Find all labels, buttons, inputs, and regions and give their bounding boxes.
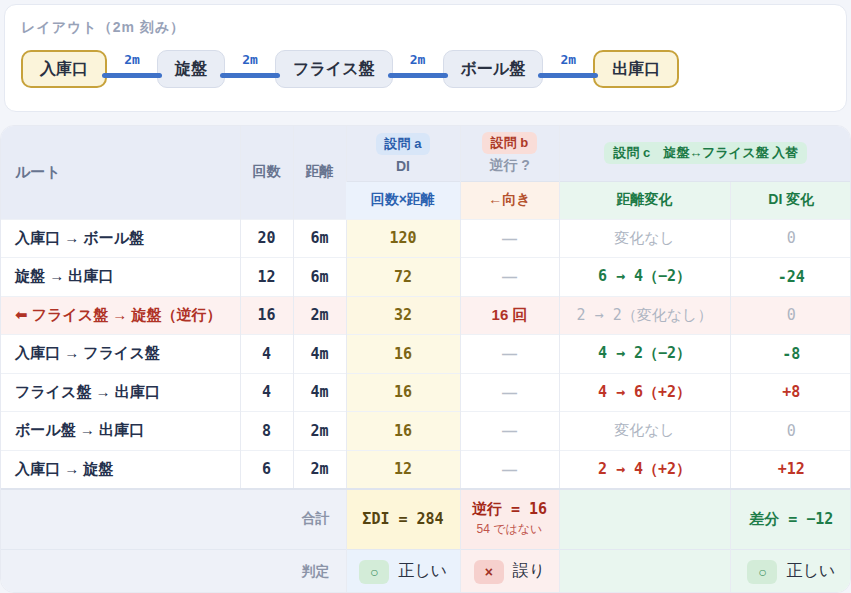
di-cell: 72: [346, 258, 460, 297]
count-cell: 12: [240, 258, 293, 297]
distance-cell: 4m: [293, 373, 346, 412]
header-question-a: 設問 a DI: [346, 126, 460, 181]
count-cell: 16: [240, 296, 293, 335]
verdict-c-cell: ○正しい: [730, 550, 851, 593]
layout-node-label: フライス盤: [293, 59, 375, 80]
reverse-total-value: 逆行 = 16: [461, 500, 559, 519]
distance-change-cell: 変化なし: [559, 219, 730, 258]
distance-change-cell: 6 → 4（−2）: [559, 258, 730, 297]
di-change-cell: 0: [730, 412, 851, 451]
layout-strip: 入庫口 2m 旋盤 2m フライス盤 2m ボール盤 2m 出庫口: [21, 50, 830, 88]
layout-node-exit: 出庫口: [593, 50, 679, 88]
table-row: 入庫口 → ボール盤 20 6m 120 — 変化なし 0: [1, 219, 851, 258]
verdict-c-text: 正しい: [786, 562, 835, 579]
table-row: 旋盤 → 出庫口 12 6m 72 — 6 → 4（−2） -24: [1, 258, 851, 297]
di-change-cell: -24: [730, 258, 851, 297]
table-row: 入庫口 → 旋盤 6 2m 12 — 2 → 4（+2） +12: [1, 450, 851, 489]
route-cell: ⬅ フライス盤 → 旋盤（逆行）: [1, 296, 240, 335]
di-cell: 16: [346, 373, 460, 412]
verdict-a-cell: ○正しい: [346, 550, 460, 593]
layout-node-entrance: 入庫口: [21, 50, 107, 88]
header-question-b: 設問 b 逆行 ?: [460, 126, 559, 181]
subheader-di-formula: 回数×距離: [346, 181, 460, 219]
question-a-badge: 設問 a: [376, 133, 431, 155]
di-cell: 12: [346, 450, 460, 489]
distance-cell: 6m: [293, 258, 346, 297]
connector-line: [538, 73, 598, 78]
di-cell: 32: [346, 296, 460, 335]
distance-connector: 2m: [225, 50, 275, 88]
question-b-badge: 設問 b: [482, 132, 538, 154]
distance-cell: 4m: [293, 335, 346, 374]
connector-line: [102, 73, 162, 78]
reverse-cell: —: [460, 219, 559, 258]
count-cell: 6: [240, 450, 293, 489]
connector-line: [220, 73, 280, 78]
reverse-cell: 16 回: [460, 296, 559, 335]
distance-change-cell: 変化なし: [559, 412, 730, 451]
count-cell: 4: [240, 335, 293, 374]
di-change-cell: 0: [730, 219, 851, 258]
reverse-cell: —: [460, 412, 559, 451]
reverse-total-cell: 逆行 = 16 54 ではない: [460, 489, 559, 550]
di-cell: 16: [346, 335, 460, 374]
table-row-reverse-flow: ⬅ フライス盤 → 旋盤（逆行） 16 2m 32 16 回 2 → 2（変化な…: [1, 296, 851, 335]
reverse-cell: —: [460, 373, 559, 412]
reverse-cell: —: [460, 335, 559, 374]
distance-connector: 2m: [107, 50, 157, 88]
distance-change-cell: 4 → 6（+2）: [559, 373, 730, 412]
route-cell: 入庫口 → ボール盤: [1, 219, 240, 258]
layout-node-lathe: 旋盤: [157, 50, 225, 88]
route-cell: 入庫口 → 旋盤: [1, 450, 240, 489]
route-cell: 旋盤 → 出庫口: [1, 258, 240, 297]
table-row: ボール盤 → 出庫口 8 2m 16 — 変化なし 0: [1, 412, 851, 451]
distance-connector: 2m: [393, 50, 443, 88]
totals-row: 合計 ΣDI = 284 逆行 = 16 54 ではない 差分 = −12: [1, 489, 851, 550]
header-count: 回数: [240, 126, 293, 219]
header-route: ルート: [1, 126, 240, 219]
layout-node-label: 出庫口: [612, 59, 660, 80]
reverse-cell: —: [460, 450, 559, 489]
di-cell: 16: [346, 412, 460, 451]
correct-circle-icon: ○: [359, 560, 389, 584]
di-cell: 120: [346, 219, 460, 258]
route-cell: フライス盤 → 出庫口: [1, 373, 240, 412]
count-cell: 8: [240, 412, 293, 451]
verdict-c-spacer-cell: [559, 550, 730, 593]
distance-cell: 2m: [293, 296, 346, 335]
distance-connector: 2m: [543, 50, 593, 88]
reverse-total-note: 54 ではない: [461, 521, 559, 538]
header-question-c: 設問 c 旋盤↔フライス盤 入替: [559, 126, 851, 181]
di-change-cell: 0: [730, 296, 851, 335]
wrong-cross-icon: ×: [474, 560, 504, 584]
subheader-distance-change: 距離変化: [559, 181, 730, 219]
header-distance: 距離: [293, 126, 346, 219]
distance-cell: 2m: [293, 450, 346, 489]
distance-label: 2m: [225, 52, 275, 67]
route-cell: 入庫口 → フライス盤: [1, 335, 240, 374]
layout-node-label: 旋盤: [175, 59, 207, 80]
totals-label: 合計: [1, 489, 346, 550]
di-change-cell: +12: [730, 450, 851, 489]
distance-change-cell: 2 → 2（変化なし）: [559, 296, 730, 335]
layout-node-label: ボール盤: [461, 59, 526, 80]
layout-node-drill: ボール盤: [443, 50, 544, 88]
distance-change-cell: 4 → 2（−2）: [559, 335, 730, 374]
di-change-cell: +8: [730, 373, 851, 412]
table-row: フライス盤 → 出庫口 4 4m 16 — 4 → 6（+2） +8: [1, 373, 851, 412]
distance-change-total-cell: [559, 489, 730, 550]
di-diff-total-cell: 差分 = −12: [730, 489, 851, 550]
verdict-row: 判定 ○正しい ×誤り ○正しい: [1, 550, 851, 593]
di-change-cell: -8: [730, 335, 851, 374]
layout-node-label: 入庫口: [40, 59, 88, 80]
layout-node-milling: フライス盤: [275, 50, 393, 88]
verdict-b-text: 誤り: [513, 562, 545, 579]
question-b-label: 逆行 ?: [489, 157, 529, 175]
subheader-di-change: DI 変化: [730, 181, 851, 219]
results-table: ルート 回数 距離 設問 a DI 設問 b 逆行 ? 設問 c 旋盤↔フライス…: [1, 126, 851, 593]
distance-cell: 2m: [293, 412, 346, 451]
di-total-cell: ΣDI = 284: [346, 489, 460, 550]
count-cell: 4: [240, 373, 293, 412]
distance-label: 2m: [107, 52, 157, 67]
verdict-b-cell: ×誤り: [460, 550, 559, 593]
